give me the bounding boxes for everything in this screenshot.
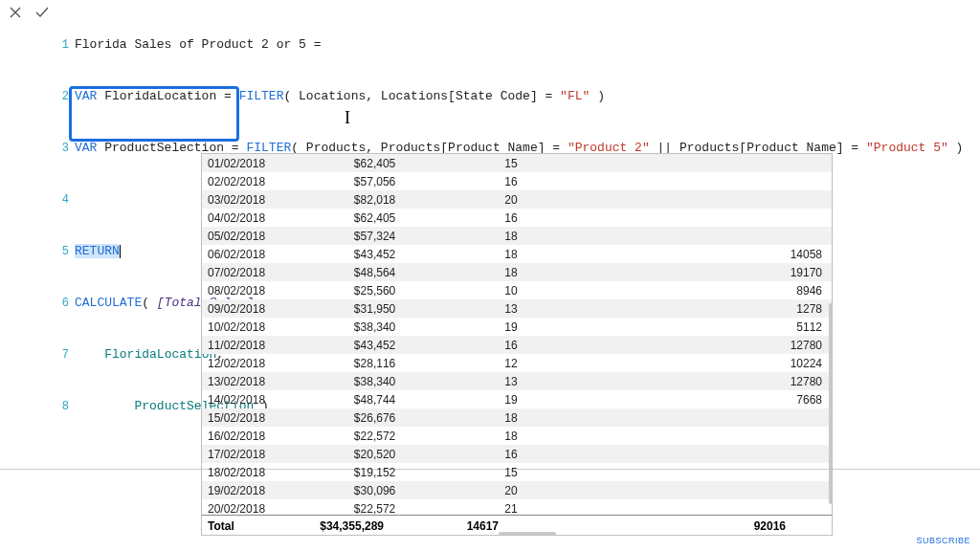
cell-value: 18 (405, 227, 526, 245)
cell-value: 7668 (527, 390, 832, 408)
code-line: Florida Sales of Product 2 or 5 = (75, 36, 321, 54)
table-row[interactable]: 19/02/2018$30,09620 (202, 481, 832, 499)
cell-date: 20/02/2018 (202, 499, 303, 515)
table-row[interactable]: 18/02/2018$19,15215 (202, 463, 832, 481)
cell-date: 19/02/2018 (202, 481, 303, 499)
table-row[interactable]: 06/02/2018$43,4521814058 (202, 245, 832, 263)
table-row[interactable]: 09/02/2018$31,950131278 (202, 299, 832, 318)
table-row[interactable]: 01/02/2018$62,40515 (202, 154, 832, 172)
cell-value: $26,676 (303, 408, 405, 427)
table-row[interactable]: 14/02/2018$48,744197668 (202, 390, 832, 408)
cell-value (527, 172, 832, 190)
cell-value: 1278 (527, 299, 832, 318)
cell-date: 01/02/2018 (202, 154, 303, 172)
table: 01/02/2018$62,4051502/02/2018$57,0561603… (202, 154, 832, 515)
cell-value: $31,950 (303, 299, 405, 318)
cell-date: 06/02/2018 (202, 245, 303, 263)
cell-value (527, 445, 832, 463)
table-row[interactable]: 12/02/2018$28,1161210224 (202, 354, 832, 372)
table-row[interactable]: 17/02/2018$20,52016 (202, 445, 832, 463)
cell-value: 19170 (527, 263, 832, 281)
cell-value: $57,324 (303, 227, 405, 245)
cell-value (527, 408, 832, 427)
cell-date: 05/02/2018 (202, 227, 303, 245)
subscribe-watermark: SUBSCRIBE (916, 536, 970, 545)
formula-actions (6, 1, 57, 22)
table-row[interactable]: 13/02/2018$38,3401312780 (202, 372, 832, 390)
cell-value: 5112 (527, 318, 832, 336)
cell-value: 13 (405, 299, 526, 318)
cell-date: 12/02/2018 (202, 354, 303, 372)
cell-value: $57,056 (303, 172, 405, 190)
cell-value: 10 (405, 281, 526, 299)
cell-value: 12780 (527, 336, 832, 354)
cell-value: $28,116 (303, 354, 405, 372)
cell-value: 14058 (527, 245, 832, 263)
data-table-visual[interactable]: 01/02/2018$62,4051502/02/2018$57,0561603… (201, 153, 833, 536)
cell-value (527, 190, 832, 209)
cancel-button[interactable] (6, 3, 25, 22)
table-row[interactable]: 10/02/2018$38,340195112 (202, 318, 832, 336)
table-row[interactable]: 02/02/2018$57,05616 (202, 172, 832, 190)
table-row[interactable]: 05/02/2018$57,32418 (202, 227, 832, 245)
cell-date: 15/02/2018 (202, 408, 303, 427)
cell-date: 02/02/2018 (202, 172, 303, 190)
cell-value: $38,340 (303, 372, 405, 390)
cell-date: 14/02/2018 (202, 390, 303, 408)
table-body[interactable]: 01/02/2018$62,4051502/02/2018$57,0561603… (202, 154, 832, 515)
cell-value (527, 154, 832, 172)
cell-value: $62,405 (303, 209, 405, 227)
mouse-ibeam-cursor: I (345, 109, 350, 126)
table-row[interactable]: 20/02/2018$22,57221 (202, 499, 832, 515)
cell-value: $82,018 (303, 190, 405, 209)
total-value: $34,355,289 (298, 518, 393, 534)
cell-value (527, 463, 832, 481)
cell-date: 08/02/2018 (202, 281, 303, 299)
gutter: 1 (57, 36, 75, 54)
cell-value: 16 (405, 336, 526, 354)
cell-value: 18 (405, 245, 526, 263)
cell-date: 11/02/2018 (202, 336, 303, 354)
cell-date: 07/02/2018 (202, 263, 303, 281)
cell-date: 18/02/2018 (202, 463, 303, 481)
commit-button[interactable] (33, 3, 52, 22)
cell-date: 10/02/2018 (202, 318, 303, 336)
cell-date: 17/02/2018 (202, 445, 303, 463)
table-row[interactable]: 08/02/2018$25,560108946 (202, 281, 832, 299)
cell-value: 15 (405, 463, 526, 481)
table-row[interactable]: 16/02/2018$22,57218 (202, 427, 832, 445)
cell-value: $48,744 (303, 390, 405, 408)
cell-value: $43,452 (303, 245, 405, 263)
cell-date: 13/02/2018 (202, 372, 303, 390)
cell-value: 18 (405, 408, 526, 427)
cell-value: 20 (405, 481, 526, 499)
cell-date: 16/02/2018 (202, 427, 303, 445)
cell-date: 09/02/2018 (202, 299, 303, 318)
cell-value: $38,340 (303, 318, 405, 336)
table-row[interactable]: 03/02/2018$82,01820 (202, 190, 832, 209)
cell-value: 16 (405, 172, 526, 190)
cell-value: 19 (405, 390, 526, 408)
cell-value: 10224 (527, 354, 832, 372)
cell-date: 04/02/2018 (202, 209, 303, 227)
cell-value: $43,452 (303, 336, 405, 354)
cell-value (527, 427, 832, 445)
table-row[interactable]: 07/02/2018$48,5641819170 (202, 263, 832, 281)
cell-value: 21 (405, 499, 526, 515)
cell-value: 12780 (527, 372, 832, 390)
cell-value: 13 (405, 372, 526, 390)
cell-value: 8946 (527, 281, 832, 299)
cell-value: $30,096 (303, 481, 405, 499)
cell-value: $22,572 (303, 499, 405, 515)
table-row[interactable]: 04/02/2018$62,40516 (202, 209, 832, 227)
total-value: 14617 (393, 518, 508, 534)
cell-value (527, 481, 832, 499)
cell-value: $25,560 (303, 281, 405, 299)
cell-value: 16 (405, 445, 526, 463)
cell-value: $62,405 (303, 154, 405, 172)
table-row[interactable]: 11/02/2018$43,4521612780 (202, 336, 832, 354)
vertical-scrollbar[interactable] (829, 303, 832, 504)
table-row[interactable]: 15/02/2018$26,67618 (202, 408, 832, 427)
cell-value: 18 (405, 263, 526, 281)
cell-value (527, 227, 832, 245)
